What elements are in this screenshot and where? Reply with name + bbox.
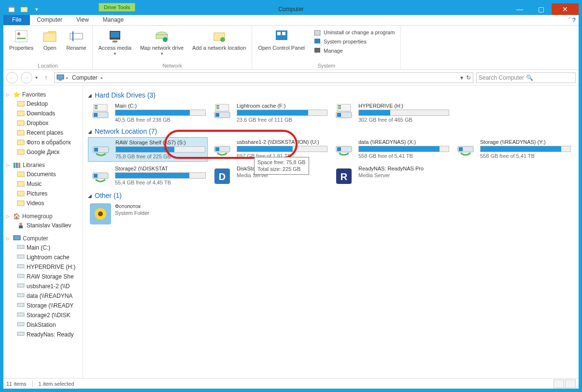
open-button[interactable]: Open xyxy=(40,28,59,63)
forward-button[interactable]: → xyxy=(21,72,32,84)
sidebar-group-homegroup[interactable]: ▷🏠Homegroup xyxy=(6,212,80,221)
sidebar-item[interactable]: Pictures xyxy=(6,189,80,198)
sidebar-item[interactable]: Videos xyxy=(6,198,80,208)
help-icon[interactable]: ? xyxy=(572,17,576,24)
ribbon-collapse-icon[interactable]: ˆ xyxy=(568,17,570,23)
svg-rect-72 xyxy=(215,147,219,151)
sidebar-group-libraries[interactable]: ▷Libraries xyxy=(6,161,80,169)
rename-button[interactable]: Rename xyxy=(64,28,88,63)
section-network-location[interactable]: ◢Network Location (7) xyxy=(88,125,574,137)
drive-item[interactable]: Main (C:)40,5 GB free of 238 GB xyxy=(88,101,208,125)
drive-item[interactable]: HYPERDRIVE (H:)302 GB free of 465 GB xyxy=(331,101,451,125)
sidebar-group-computer[interactable]: ▷Computer xyxy=(6,234,80,243)
back-button[interactable]: ← xyxy=(6,72,18,84)
network-location-icon xyxy=(212,28,227,44)
svg-rect-31 xyxy=(14,163,15,168)
history-dropdown-icon[interactable]: ▾ xyxy=(35,75,38,80)
system-properties-icon xyxy=(313,38,321,45)
address-bar[interactable]: ▸ Computer ▸ ▾ ↻ xyxy=(54,72,473,83)
svg-rect-67 xyxy=(338,107,341,108)
svg-rect-41 xyxy=(17,245,24,249)
sidebar-item[interactable]: Google Диск xyxy=(6,147,80,157)
svg-rect-42 xyxy=(17,255,24,258)
ribbon-group-title: Location xyxy=(7,63,88,70)
drive-icon xyxy=(212,139,233,156)
qat-new-folder-icon[interactable] xyxy=(19,4,29,14)
folder-item[interactable]: ФотопотокSystem Folder xyxy=(88,201,208,226)
breadcrumb[interactable]: Computer xyxy=(71,74,99,81)
close-button[interactable]: ✕ xyxy=(552,3,579,15)
refresh-icon[interactable]: ↻ xyxy=(466,74,471,81)
open-folder-icon xyxy=(42,28,57,44)
sidebar-item[interactable]: Stanislav Vasiliev xyxy=(6,221,80,230)
sidebar-item[interactable]: Фото в обработк xyxy=(6,138,80,147)
tab-computer[interactable]: Computer xyxy=(30,15,70,25)
map-drive-icon xyxy=(154,28,170,44)
sidebar-item[interactable]: RAW Storage She xyxy=(6,272,80,281)
drive-item[interactable]: data (\\READYNAS) (X:)558 GB free of 5,4… xyxy=(331,137,451,162)
body: ▷⭐Favorites DesktopDownloadsDropboxRecen… xyxy=(3,85,579,378)
tab-file[interactable]: File xyxy=(3,15,30,25)
view-details-button[interactable] xyxy=(554,379,564,388)
context-tab-drive-tools[interactable]: Drive Tools xyxy=(99,3,135,12)
search-box[interactable]: Search Computer 🔍 xyxy=(476,72,576,83)
sidebar-item[interactable]: Music xyxy=(6,179,80,189)
svg-rect-25 xyxy=(17,101,24,106)
status-selected: 1 item selected xyxy=(39,381,74,387)
sidebar-item[interactable]: Desktop xyxy=(6,99,80,109)
svg-rect-45 xyxy=(17,284,24,287)
svg-rect-48 xyxy=(17,313,24,316)
up-button[interactable]: ↑ xyxy=(41,72,51,83)
uninstall-program-button[interactable]: Uninstall or change a program xyxy=(313,28,395,36)
sidebar-item[interactable]: Storage2 (\\DISK xyxy=(6,310,80,320)
section-other[interactable]: ◢Other (1) xyxy=(88,189,574,201)
add-network-location-button[interactable]: Add a network location xyxy=(190,28,248,63)
open-control-panel-button[interactable]: Open Control Panel xyxy=(256,28,307,63)
drive-icon xyxy=(333,103,355,120)
qat-dropdown-icon[interactable]: ▾ xyxy=(31,4,42,14)
drive-item[interactable]: Storage (\\READYNAS) (Y:)558 GB free of … xyxy=(453,137,573,162)
system-properties-button[interactable]: System properties xyxy=(313,38,395,45)
media-server-icon: D xyxy=(212,166,233,187)
sidebar-item[interactable]: HYPERDRIVE (H:) xyxy=(6,262,80,272)
tab-view[interactable]: View xyxy=(70,15,96,25)
sidebar-item[interactable]: Lightroom cache xyxy=(6,252,80,262)
section-hdd[interactable]: ◢Hard Disk Drives (3) xyxy=(88,88,574,101)
maximize-button[interactable]: ▢ xyxy=(530,3,552,15)
manage-button[interactable]: Manage xyxy=(313,47,395,55)
access-media-button[interactable]: Access media ▼ xyxy=(97,28,133,63)
properties-button[interactable]: Properties xyxy=(7,28,35,63)
sidebar-item[interactable]: usbshare1-2 (\\D xyxy=(6,281,80,291)
svg-rect-61 xyxy=(216,107,219,108)
control-panel-icon xyxy=(274,28,289,44)
sidebar-item[interactable]: Documents xyxy=(6,169,80,179)
address-dropdown-icon[interactable]: ▾ xyxy=(460,74,463,81)
drive-item[interactable]: RAW Storage Shelf (\\S7) (S:)75,8 GB fre… xyxy=(88,137,208,162)
sidebar-item[interactable]: DiskStation xyxy=(6,320,80,330)
sidebar-item[interactable]: Storage (\\READY xyxy=(6,301,80,310)
sidebar-group-favorites[interactable]: ▷⭐Favorites xyxy=(6,90,80,99)
drive-item[interactable]: Lightroom cache (F:)23,6 GB free of 111 … xyxy=(210,101,329,125)
svg-rect-10 xyxy=(111,32,119,38)
drive-item[interactable]: Storage2 (\\DISKSTAT55,4 GB free of 4,45… xyxy=(88,164,208,189)
drive-icon xyxy=(212,103,233,120)
capacity-bar xyxy=(115,172,206,179)
svg-rect-35 xyxy=(17,182,24,186)
sidebar-item[interactable]: Main (C:) xyxy=(6,243,80,252)
qat-properties-icon[interactable] xyxy=(6,4,17,14)
svg-rect-11 xyxy=(113,41,117,42)
sidebar-item[interactable]: Recent places xyxy=(6,128,80,138)
minimize-button[interactable]: — xyxy=(509,3,530,15)
drive-icon xyxy=(90,140,112,157)
star-icon: ⭐ xyxy=(13,91,20,98)
media-server-item[interactable]: RReadyNAS: ReadyNAS ProMedia Server xyxy=(331,164,451,189)
sidebar-item[interactable]: Downloads xyxy=(6,109,80,118)
sidebar-item[interactable]: data (\\READYNA xyxy=(6,291,80,301)
view-large-button[interactable] xyxy=(565,379,576,388)
sidebar-item[interactable]: ReadyNas: Ready xyxy=(6,330,80,339)
tab-manage[interactable]: Manage xyxy=(96,15,131,25)
map-drive-button[interactable]: Map network drive ▼ xyxy=(138,28,185,63)
content-pane: ◢Hard Disk Drives (3) Main (C:)40,5 GB f… xyxy=(83,85,579,378)
drive-icon xyxy=(455,139,476,156)
sidebar-item[interactable]: Dropbox xyxy=(6,118,80,128)
